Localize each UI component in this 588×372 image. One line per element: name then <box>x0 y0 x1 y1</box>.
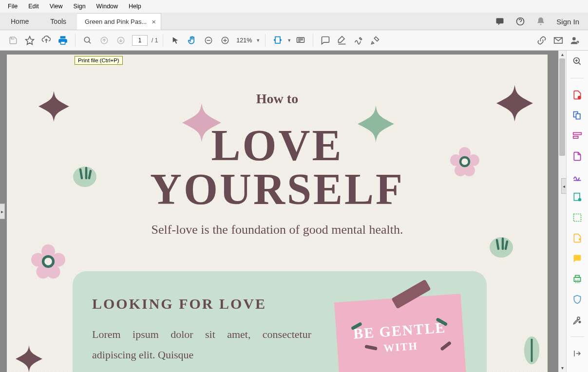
flower-decoration-icon <box>450 147 479 176</box>
fill-sign-icon[interactable] <box>571 171 583 183</box>
scroll-up-icon[interactable]: ▴ <box>558 51 566 58</box>
print-icon[interactable] <box>56 33 70 48</box>
comment-tool-icon[interactable] <box>571 253 583 264</box>
email-icon[interactable] <box>551 33 566 48</box>
svg-text:+: + <box>577 40 578 43</box>
create-pdf-icon[interactable]: + <box>571 89 583 101</box>
search-tool-icon[interactable] <box>571 56 583 67</box>
menu-sign[interactable]: Sign <box>69 1 91 11</box>
svg-line-41 <box>438 319 446 325</box>
sparkle-decoration-icon <box>496 84 533 123</box>
print-production-icon[interactable] <box>571 273 583 285</box>
link-icon[interactable] <box>534 33 549 48</box>
collapse-panel-icon[interactable] <box>571 348 583 359</box>
scrollbar-thumb[interactable] <box>559 58 565 156</box>
card-body: Lorem ipsum dolor sit amet, consectetur … <box>92 324 311 365</box>
svg-rect-3 <box>61 41 65 44</box>
find-icon[interactable] <box>80 33 95 48</box>
protect-icon[interactable] <box>571 294 583 305</box>
bell-icon[interactable] <box>536 17 546 26</box>
sign-in-button[interactable]: Sign In <box>556 18 579 26</box>
leaf-decoration-icon <box>487 230 516 259</box>
zoom-dropdown-caret-icon[interactable]: ▼ <box>256 38 260 43</box>
svg-marker-2 <box>26 36 34 44</box>
highlight-icon[interactable] <box>335 33 349 48</box>
redact-icon[interactable] <box>571 212 583 223</box>
sign-draw-icon[interactable] <box>351 33 366 48</box>
document-tab-label: Green and Pink Pas... <box>85 18 147 25</box>
print-tooltip: Print file (Ctrl+P) <box>75 56 123 65</box>
svg-line-42 <box>442 343 450 349</box>
tab-home[interactable]: Home <box>0 13 39 30</box>
tools-side-panel: + + + <box>566 51 588 372</box>
tab-tools[interactable]: Tools <box>39 13 77 30</box>
doc-subtitle: Self-love is the foundation of good ment… <box>152 223 403 237</box>
zoom-out-icon[interactable] <box>201 33 216 48</box>
edit-pdf-icon[interactable] <box>571 130 583 142</box>
save-icon[interactable] <box>6 33 20 48</box>
cloud-upload-icon[interactable] <box>39 33 54 48</box>
organize-pages-icon[interactable]: + <box>571 191 583 203</box>
document-viewport[interactable]: ▸ <box>0 51 566 372</box>
selection-arrow-icon[interactable] <box>168 33 183 48</box>
stamp-icon[interactable] <box>368 33 382 48</box>
help-icon[interactable] <box>515 17 525 26</box>
share-person-icon[interactable]: + <box>568 33 582 48</box>
export-pdf-icon[interactable] <box>571 150 583 162</box>
menu-view[interactable]: View <box>45 1 68 11</box>
menu-edit[interactable]: Edit <box>23 1 44 11</box>
menu-window[interactable]: Window <box>92 1 123 11</box>
leaf-decoration-icon <box>70 159 99 188</box>
sparkle-decoration-icon <box>38 91 73 125</box>
svg-text:+: + <box>578 96 580 99</box>
next-page-icon[interactable] <box>114 33 128 48</box>
svg-point-34 <box>73 167 96 187</box>
comment-icon[interactable] <box>318 33 333 48</box>
svg-rect-50 <box>576 114 580 119</box>
page-number-input[interactable] <box>132 35 148 46</box>
compress-icon[interactable] <box>571 232 583 244</box>
svg-rect-0 <box>496 18 504 23</box>
tab-bar: Home Tools Green and Pink Pas... × Sign … <box>0 13 588 30</box>
menu-file[interactable]: File <box>3 1 22 11</box>
close-tab-icon[interactable]: × <box>152 18 156 26</box>
doc-pretitle: How to <box>256 91 298 107</box>
fit-width-icon[interactable] <box>270 33 285 48</box>
svg-text:+: + <box>579 198 581 201</box>
svg-rect-58 <box>574 278 580 281</box>
doc-title-line2: YOURSELF <box>150 164 404 214</box>
prev-page-icon[interactable] <box>97 33 112 48</box>
svg-rect-51 <box>573 132 582 134</box>
combine-files-icon[interactable] <box>571 110 583 121</box>
zoom-in-icon[interactable] <box>218 33 232 48</box>
pdf-page: How to LOVE YOURSELF Self-love is the fo… <box>7 55 548 372</box>
svg-rect-59 <box>575 276 579 278</box>
menu-help[interactable]: Help <box>124 1 146 11</box>
doc-title-line1: LOVE <box>211 120 343 170</box>
leaf-decoration-icon <box>521 335 543 366</box>
read-mode-icon[interactable] <box>293 33 308 48</box>
svg-text:+: + <box>579 320 581 323</box>
left-panel-expand-icon[interactable]: ▸ <box>0 204 5 219</box>
page-total-label: / 1 <box>152 37 158 44</box>
sparkle-decoration-icon <box>16 344 42 372</box>
toolbar: / 1 121% ▼ ▼ + <box>0 30 588 51</box>
menu-bar: File Edit View Sign Window Help <box>0 0 588 13</box>
star-icon[interactable] <box>22 33 37 48</box>
svg-point-4 <box>84 37 90 42</box>
right-panel-collapse-icon[interactable]: ◂ <box>561 178 566 194</box>
svg-point-19 <box>572 37 576 40</box>
vertical-scrollbar[interactable]: ▴ ▾ <box>558 51 566 372</box>
scroll-down-icon[interactable]: ▾ <box>558 364 566 372</box>
zoom-level-label[interactable]: 121% <box>236 37 252 44</box>
chat-icon[interactable] <box>495 17 505 26</box>
hand-pan-icon[interactable] <box>185 33 199 48</box>
document-tab[interactable]: Green and Pink Pas... × <box>77 13 161 30</box>
svg-point-35 <box>490 237 513 258</box>
sparkle-decoration-icon <box>358 103 394 145</box>
svg-line-5 <box>89 41 91 43</box>
fit-dropdown-caret-icon[interactable]: ▼ <box>287 38 291 43</box>
more-tools-icon[interactable]: + <box>571 314 583 326</box>
svg-line-38 <box>366 346 375 349</box>
svg-rect-52 <box>573 136 578 138</box>
